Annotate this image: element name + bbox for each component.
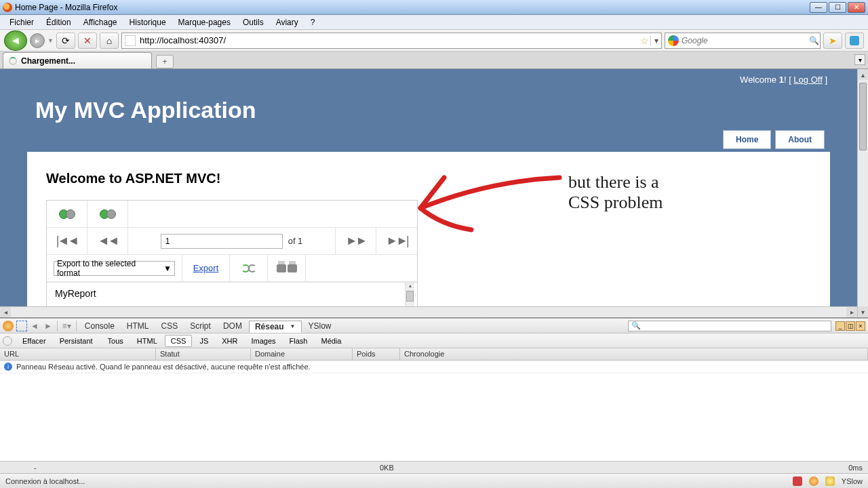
summary-time: 0ms (848, 464, 863, 472)
next-page-button[interactable]: ►► (346, 234, 366, 248)
aviary-button[interactable]: ➤ (823, 33, 842, 49)
url-input[interactable] (138, 35, 638, 45)
new-tab-button[interactable]: + (156, 55, 174, 68)
print-icon[interactable] (277, 264, 297, 272)
report-scrollbar[interactable]: ▴ (405, 283, 414, 306)
search-bar[interactable]: 🔍 (665, 33, 821, 49)
url-bar[interactable]: ☆ ▾ (121, 33, 662, 49)
fb-filter-css[interactable]: CSS (165, 335, 193, 347)
break-button[interactable] (3, 336, 12, 346)
firebug-status-icon[interactable] (809, 476, 818, 486)
header-status[interactable]: Statut (156, 348, 251, 360)
fb-filter-js[interactable]: JS (193, 335, 214, 347)
history-dropdown[interactable]: ▼ (47, 37, 54, 44)
forward-button[interactable]: ▸ (30, 33, 45, 48)
first-page-button[interactable]: |◄◄ (56, 234, 77, 248)
search-input[interactable] (682, 36, 808, 45)
minimize-button[interactable]: ― (810, 2, 827, 13)
report-body: MyReport ▴ (47, 282, 417, 306)
fb-clear[interactable]: Effacer (16, 335, 52, 347)
close-button[interactable]: ✕ (848, 2, 865, 13)
firebug-menu-button[interactable]: ≡▾ (60, 321, 73, 331)
browser-viewport: Welcome 1! [ Log Off ] My MVC Applicatio… (0, 69, 868, 317)
nav-fwd-group-button[interactable] (87, 201, 128, 227)
export-format-select[interactable]: Export to the selected format ▼ (54, 261, 175, 276)
search-icon: 🔍 (631, 321, 641, 330)
menu-help[interactable]: ? (305, 16, 321, 28)
header-size[interactable]: Poids (353, 348, 400, 360)
fb-filter-images[interactable]: Images (245, 335, 281, 347)
fb-tab-html[interactable]: HTML (121, 320, 155, 332)
fb-tab-dom[interactable]: DOM (218, 320, 248, 332)
firebug-close-button[interactable]: × (856, 321, 865, 331)
vertical-scrollbar[interactable]: ▴▾ (857, 69, 868, 317)
header-url[interactable]: URL (0, 348, 156, 360)
menu-history[interactable]: Historique (124, 16, 172, 28)
welcome-user: 1 (779, 75, 784, 85)
firebug-search[interactable]: 🔍 (628, 321, 831, 331)
status-text: Connexion à localhost... (5, 477, 85, 485)
menu-bar: Fichier Édition Affichage Historique Mar… (0, 15, 868, 30)
firebug-fwd-button[interactable]: ► (42, 321, 54, 331)
menu-aviary[interactable]: Aviary (271, 16, 304, 28)
menu-edit[interactable]: Édition (41, 16, 77, 28)
nav-toolbar: ◄ ▸ ▼ ⟳ ✕ ⌂ ☆ ▾ 🔍 ➤ (0, 30, 868, 52)
fb-filter-xhr[interactable]: XHR (216, 335, 243, 347)
export-format-label: Export to the selected format (57, 259, 159, 278)
skitch-status-icon[interactable] (793, 476, 802, 486)
summary-requests: - (34, 464, 37, 472)
menu-bookmarks[interactable]: Marque-pages (173, 16, 236, 28)
refresh-icon[interactable] (241, 264, 256, 272)
nav-home[interactable]: Home (723, 130, 771, 149)
firebug-minimize-button[interactable]: _ (835, 321, 845, 331)
status-bar: Connexion à localhost... YSlow (0, 473, 868, 488)
loading-spinner-icon (9, 57, 17, 65)
firebug-back-button[interactable]: ◄ (28, 321, 41, 331)
url-dropdown[interactable]: ▾ (650, 36, 661, 45)
fb-filter-all[interactable]: Tous (102, 335, 130, 347)
fb-tab-css[interactable]: CSS (156, 320, 184, 332)
fb-persist[interactable]: Persistant (54, 335, 99, 347)
logoff-link[interactable]: Log Off (793, 75, 822, 85)
page-icon (125, 35, 136, 46)
fb-tab-net[interactable]: Réseau▼ (249, 321, 302, 333)
page-body: Welcome 1! [ Log Off ] My MVC Applicatio… (0, 69, 857, 306)
yslow-icon[interactable] (825, 476, 835, 486)
welcome-text: Welcome (740, 75, 779, 85)
fb-tab-yslow[interactable]: YSlow (303, 320, 337, 332)
reload-button[interactable]: ⟳ (56, 33, 75, 49)
fb-tab-script[interactable]: Script (184, 320, 216, 332)
inspect-button[interactable] (16, 321, 27, 331)
firebug-popout-button[interactable]: ◫ (846, 321, 855, 331)
skitch-button[interactable] (845, 33, 864, 49)
maximize-button[interactable]: ☐ (829, 2, 846, 13)
prev-page-button[interactable]: ◄◄ (98, 234, 118, 248)
page-number-input[interactable] (161, 234, 283, 249)
firebug-icon[interactable] (3, 321, 14, 331)
stop-button[interactable]: ✕ (78, 33, 97, 49)
export-link[interactable]: Export (193, 263, 219, 273)
firefox-icon (3, 3, 12, 12)
bookmark-star-icon[interactable]: ☆ (638, 35, 650, 46)
last-page-button[interactable]: ►►| (386, 234, 407, 248)
window-title: Home Page - Mozilla Firefox (15, 3, 117, 12)
fb-filter-html[interactable]: HTML (131, 335, 163, 347)
menu-view[interactable]: Affichage (78, 16, 123, 28)
header-timeline[interactable]: Chronologie (400, 348, 868, 360)
fb-filter-flash[interactable]: Flash (283, 335, 314, 347)
menu-file[interactable]: Fichier (4, 16, 39, 28)
horizontal-scrollbar[interactable]: ◂▸ (0, 306, 857, 317)
back-button[interactable]: ◄ (4, 30, 27, 51)
menu-tools[interactable]: Outils (237, 16, 269, 28)
fb-tab-console[interactable]: Console (79, 320, 120, 332)
list-tabs-button[interactable]: ▾ (854, 54, 865, 65)
nav-back-group-button[interactable] (47, 201, 87, 227)
browser-tab[interactable]: Chargement... (3, 52, 152, 68)
home-button[interactable]: ⌂ (100, 33, 119, 49)
header-domain: Domaine (251, 348, 353, 360)
tab-strip: Chargement... + ▾ (0, 52, 868, 69)
nav-about[interactable]: About (775, 130, 825, 149)
firebug-net-headers: URL Statut Domaine Poids Chronologie (0, 348, 868, 361)
search-icon[interactable]: 🔍 (808, 36, 820, 45)
fb-filter-media[interactable]: Média (315, 335, 347, 347)
